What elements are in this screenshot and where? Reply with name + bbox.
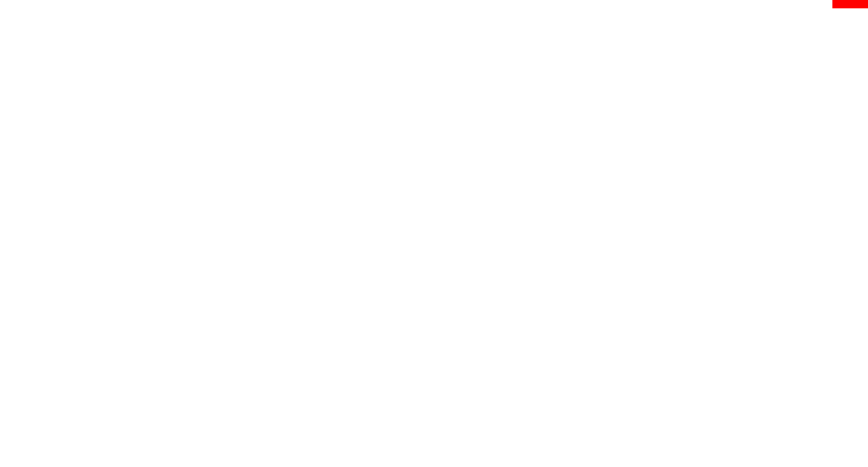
chart-header <box>4 2 25 11</box>
trading-chart-window: { "header": { "collapse_icon": "▼", "sym… <box>0 0 868 467</box>
red-line-price-tag <box>832 0 868 8</box>
chart-canvas[interactable] <box>0 0 868 467</box>
macd-header <box>4 306 26 314</box>
